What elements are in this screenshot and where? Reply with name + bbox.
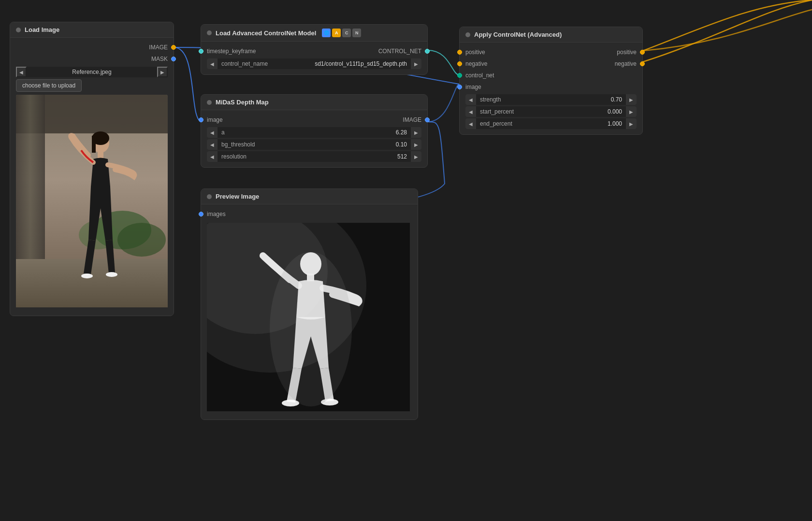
image-output-dot[interactable] [425, 117, 430, 122]
resolution-control[interactable]: ◀ resolution 512 ▶ [207, 151, 421, 162]
start-percent-next-btn[interactable]: ▶ [626, 106, 637, 117]
svg-point-20 [270, 252, 352, 406]
node-status-dot [16, 28, 21, 32]
svg-point-12 [106, 272, 117, 277]
resolution-label: resolution [218, 153, 393, 160]
bg-threshold-label: bg_threshold [218, 141, 392, 148]
photo-preview-svg [16, 95, 168, 307]
image-input-dot[interactable] [199, 117, 203, 122]
apply-controlnet-node: Apply ControlNet (Advanced) positive pos… [459, 27, 643, 135]
strength-next-btn[interactable]: ▶ [626, 94, 637, 105]
a-control[interactable]: ◀ a 6.28 ▶ [207, 127, 421, 138]
preview-image-node: Preview Image images [201, 188, 418, 420]
node-title: Load Advanced ControlNet Model [216, 29, 316, 37]
node-header: Preview Image [201, 189, 418, 204]
image-next-btn[interactable]: ▶ [157, 67, 168, 77]
resolution-value: 512 [393, 153, 411, 160]
midas-node: MiDaS Depth Map image IMAGE ◀ a 6.28 ▶ ◀… [201, 94, 428, 168]
title-badges: 🌐 A C N [322, 29, 361, 37]
upload-btn[interactable]: choose file to upload [16, 79, 82, 92]
resolution-prev-btn[interactable]: ◀ [207, 151, 218, 162]
node-body: positive positive negative negative cont… [460, 43, 642, 134]
node-title: Preview Image [216, 193, 259, 200]
node-status-dot [207, 194, 212, 199]
port-positive-io: positive positive [460, 46, 642, 58]
strength-control[interactable]: ◀ strength 0.70 ▶ [465, 94, 637, 105]
bg-threshold-control[interactable]: ◀ bg_threshold 0.10 ▶ [207, 139, 421, 150]
controlnet-input-dot[interactable] [457, 73, 462, 78]
node-header: MiDaS Depth Map [201, 95, 427, 110]
image-prev-btn[interactable]: ◀ [16, 67, 27, 77]
svg-rect-9 [92, 136, 96, 153]
image-input-dot[interactable] [457, 85, 462, 89]
port-image-input: image IMAGE [201, 114, 427, 126]
start-percent-control[interactable]: ◀ start_percent 0.000 ▶ [465, 106, 637, 117]
node-status-dot [207, 30, 212, 35]
negative-input-dot[interactable] [457, 61, 462, 66]
depth-preview-container [207, 223, 412, 413]
positive-output-dot[interactable] [640, 50, 645, 55]
port-images-input: images [201, 208, 418, 220]
controlnet-prev-btn[interactable]: ◀ [207, 58, 218, 69]
canvas: Load Image IMAGE MASK ◀ Reference.jpeg ▶… [0, 0, 812, 521]
resolution-next-btn[interactable]: ▶ [411, 151, 421, 162]
node-header: Load Image [10, 22, 174, 38]
controlnet-name-value: sd1/control_v11f1p_sd15_depth.pth [311, 60, 411, 67]
node-body: image IMAGE ◀ a 6.28 ▶ ◀ bg_threshold 0.… [201, 110, 427, 167]
node-title: MiDaS Depth Map [216, 99, 269, 106]
port-image-input: image [460, 81, 642, 93]
end-percent-label: end_percent [476, 120, 604, 127]
image-output-dot[interactable] [171, 45, 176, 50]
bg-threshold-prev-btn[interactable]: ◀ [207, 139, 218, 150]
strength-label: strength [476, 96, 607, 103]
node-status-dot [207, 100, 212, 105]
depth-preview-svg [207, 223, 410, 411]
image-selector[interactable]: ◀ Reference.jpeg ▶ [16, 67, 168, 77]
port-mask-output: MASK [10, 53, 174, 65]
svg-point-11 [81, 274, 93, 278]
load-image-node: Load Image IMAGE MASK ◀ Reference.jpeg ▶… [10, 22, 174, 316]
a-label: a [218, 129, 392, 136]
a-value: 6.28 [392, 129, 411, 136]
bg-threshold-value: 0.10 [392, 141, 411, 148]
image-selector-value: Reference.jpeg [27, 69, 157, 75]
port-image-output: IMAGE [10, 42, 174, 53]
node-header: Apply ControlNet (Advanced) [460, 27, 642, 43]
images-input-dot[interactable] [199, 212, 203, 217]
end-percent-control[interactable]: ◀ end_percent 1.000 ▶ [465, 118, 637, 129]
node-body: IMAGE MASK ◀ Reference.jpeg ▶ choose fil… [10, 38, 174, 316]
controlnet-next-btn[interactable]: ▶ [411, 58, 421, 69]
node-body: images [201, 204, 418, 420]
mask-output-dot[interactable] [171, 57, 176, 61]
badge-globe: 🌐 [322, 29, 331, 37]
end-percent-prev-btn[interactable]: ◀ [465, 118, 476, 129]
start-percent-value: 0.000 [604, 108, 626, 115]
strength-prev-btn[interactable]: ◀ [465, 94, 476, 105]
end-percent-next-btn[interactable]: ▶ [626, 118, 637, 129]
node-body: timestep_keyframe CONTROL_NET ◀ control_… [201, 42, 427, 74]
controlnet-model-node: Load Advanced ControlNet Model 🌐 A C N t… [201, 24, 428, 75]
controlnet-name-row[interactable]: ◀ control_net_name sd1/control_v11f1p_sd… [207, 58, 421, 69]
port-timestep-input: timestep_keyframe CONTROL_NET [201, 45, 427, 57]
controlnet-name-label: control_net_name [218, 60, 311, 67]
bg-threshold-next-btn[interactable]: ▶ [411, 139, 421, 150]
positive-input-dot[interactable] [457, 50, 462, 55]
start-percent-prev-btn[interactable]: ◀ [465, 106, 476, 117]
badge-a: A [332, 29, 341, 37]
badge-n: N [352, 29, 361, 37]
node-title: Apply ControlNet (Advanced) [474, 31, 562, 38]
node-header: Load Advanced ControlNet Model 🌐 A C N [201, 25, 427, 42]
svg-point-5 [117, 223, 166, 257]
negative-output-dot[interactable] [640, 61, 645, 66]
timestep-input-dot[interactable] [199, 49, 203, 54]
strength-value: 0.70 [607, 96, 626, 103]
a-prev-btn[interactable]: ◀ [207, 127, 218, 138]
end-percent-value: 1.000 [604, 120, 626, 127]
a-next-btn[interactable]: ▶ [411, 127, 421, 138]
node-status-dot [465, 32, 470, 37]
controlnet-output-dot[interactable] [425, 49, 430, 54]
port-controlnet-input: control_net [460, 70, 642, 81]
start-percent-label: start_percent [476, 108, 604, 115]
badge-c: C [342, 29, 351, 37]
photo-preview-container [16, 95, 168, 309]
